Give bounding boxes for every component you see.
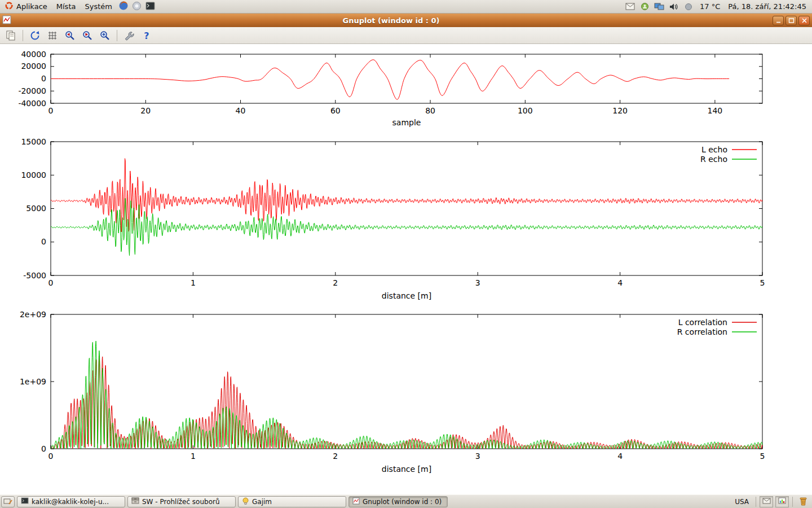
- trash-button[interactable]: [796, 496, 810, 508]
- display-icon[interactable]: [654, 1, 665, 12]
- y-tick-label: 40000: [21, 50, 46, 59]
- y-tick-label: 0: [41, 237, 46, 246]
- task-label: kaklik@kaklik-kolej-u...: [32, 498, 109, 506]
- maximize-button[interactable]: [785, 16, 797, 25]
- series-L-correlation: [51, 356, 762, 449]
- terminal-launcher[interactable]: [144, 0, 157, 13]
- x-tick-label: 2: [333, 278, 338, 287]
- task-button-file-manager[interactable]: SW - Prohlížeč souborů: [127, 496, 236, 507]
- x-tick-label: 4: [617, 452, 623, 461]
- mail-icon: [762, 498, 771, 506]
- x-tick-label: 0: [48, 278, 54, 287]
- gnuplot-icon: [352, 497, 360, 506]
- zoom-previous-button[interactable]: [63, 29, 77, 42]
- y-tick-label: 10000: [21, 170, 46, 179]
- help-icon: [132, 1, 142, 12]
- menu-label: Aplikace: [16, 2, 47, 11]
- toolbar-separator: [117, 30, 117, 41]
- taskbar-separator: [792, 497, 793, 507]
- x-tick-label: 60: [330, 106, 341, 115]
- toolbar-separator: [23, 30, 23, 41]
- legend-label: L echo: [701, 145, 727, 154]
- presence-icon[interactable]: [639, 1, 650, 12]
- x-tick-label: 80: [425, 106, 435, 115]
- taskbar: kaklik@kaklik-kolej-u... SW - Prohlížeč …: [0, 494, 812, 508]
- x-tick-label: 120: [612, 106, 628, 115]
- top-panel: Aplikace Místa Systém: [0, 0, 812, 14]
- legend-label: R echo: [700, 155, 727, 164]
- volume-icon[interactable]: [668, 1, 679, 12]
- y-tick-label: -5000: [23, 271, 46, 280]
- legend-label: L correlation: [678, 318, 727, 327]
- mail-icon[interactable]: [624, 1, 636, 12]
- x-tick-label: 0: [48, 106, 54, 115]
- series-R-echo: [51, 198, 762, 256]
- x-tick-label: 5: [760, 278, 765, 287]
- weather-icon[interactable]: [683, 1, 694, 12]
- plot-canvas[interactable]: 02040608010012014040000200000-20000-4000…: [0, 44, 812, 494]
- y-tick-label: -40000: [18, 99, 46, 108]
- firefox-icon: [118, 1, 129, 12]
- x-axis-label: sample: [392, 118, 421, 127]
- panel-tray: 17 °C Pá, 18. září, 21:42:45: [624, 1, 812, 12]
- y-tick-label: -20000: [18, 86, 46, 95]
- x-axis-label: distance [m]: [382, 291, 431, 300]
- y-tick-label: 20000: [21, 62, 46, 71]
- gnuplot-window: Gnuplot (window id : 0): [0, 14, 812, 494]
- menu-applications[interactable]: Aplikace: [0, 0, 52, 13]
- x-tick-label: 1: [191, 452, 196, 461]
- task-button-terminal[interactable]: kaklik@kaklik-kolej-u...: [17, 496, 125, 507]
- titlebar[interactable]: Gnuplot (window id : 0): [0, 14, 812, 27]
- grid-button[interactable]: [45, 29, 60, 42]
- toolbar: ?: [0, 27, 812, 44]
- chart-tray-button[interactable]: [775, 496, 789, 507]
- terminal-icon: [145, 2, 155, 12]
- task-label: Gajim: [252, 498, 272, 506]
- close-button[interactable]: [798, 16, 810, 25]
- plot-border: [51, 314, 762, 449]
- y-tick-label: 5000: [26, 204, 46, 213]
- legend-label: R correlation: [677, 327, 727, 336]
- keyboard-layout-indicator[interactable]: USA: [731, 498, 752, 506]
- replot-button[interactable]: [28, 29, 42, 42]
- x-tick-label: 1: [191, 278, 196, 287]
- menu-places[interactable]: Místa: [52, 0, 81, 13]
- chart-icon: [778, 497, 786, 506]
- y-tick-label: 0: [41, 74, 46, 83]
- help-button[interactable]: ?: [139, 29, 154, 42]
- clock-label[interactable]: Pá, 18. září, 21:42:45: [726, 2, 809, 11]
- task-label: Gnuplot (window id : 0): [363, 498, 442, 506]
- help-launcher[interactable]: [130, 0, 144, 13]
- menu-label: Místa: [56, 2, 76, 11]
- svg-text:?: ?: [144, 30, 149, 41]
- menu-label: Systém: [85, 2, 112, 11]
- minimize-button[interactable]: [773, 16, 784, 25]
- menu-system[interactable]: Systém: [80, 0, 116, 13]
- charts: 02040608010012014040000200000-20000-4000…: [0, 44, 812, 494]
- task-button-gajim[interactable]: Gajim: [238, 496, 346, 507]
- ubuntu-logo-icon: [5, 1, 14, 12]
- autoscale-button[interactable]: [98, 29, 112, 42]
- task-button-gnuplot[interactable]: Gnuplot (window id : 0): [348, 496, 448, 507]
- zoom-next-button[interactable]: [80, 29, 95, 42]
- x-tick-label: 4: [617, 278, 623, 287]
- configure-button[interactable]: [122, 29, 136, 42]
- y-tick-label: 1e+09: [20, 377, 46, 386]
- x-tick-label: 40: [236, 106, 246, 115]
- series-R-correlation: [51, 341, 762, 449]
- x-tick-label: 0: [48, 452, 54, 461]
- y-tick-label: 0: [41, 444, 46, 453]
- show-desktop-button[interactable]: [1, 496, 15, 507]
- temperature-label[interactable]: 17 °C: [698, 2, 722, 11]
- firefox-launcher[interactable]: [117, 0, 130, 13]
- copy-button[interactable]: [3, 29, 18, 42]
- x-tick-label: 100: [518, 106, 533, 115]
- x-tick-label: 3: [475, 278, 480, 287]
- terminal-icon: [21, 497, 29, 506]
- mail-tray-button[interactable]: [760, 496, 773, 507]
- x-tick-label: 3: [475, 452, 480, 461]
- task-label: SW - Prohlížeč souborů: [142, 498, 220, 506]
- x-tick-label: 5: [760, 452, 765, 461]
- file-manager-icon: [131, 497, 139, 506]
- window-title: Gnuplot (window id : 0): [11, 16, 771, 25]
